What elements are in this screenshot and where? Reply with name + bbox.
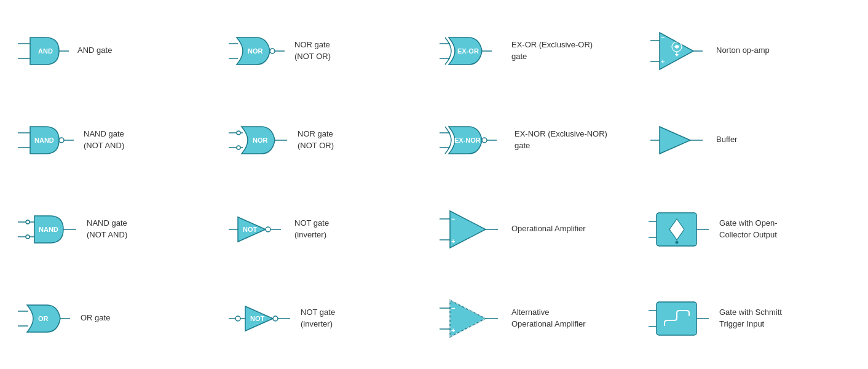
svg-text:NOR: NOR <box>248 47 263 55</box>
and-gate-label: AND gate <box>77 45 112 56</box>
svg-text:−: − <box>451 215 455 223</box>
not-gate-1-label: NOT gate(inverter) <box>294 218 329 240</box>
svg-text:NOT: NOT <box>250 315 265 322</box>
cell-nor-gate-2: NOR NOR gate(NOT OR) <box>223 95 434 184</box>
or-gate-label: OR gate <box>81 312 110 323</box>
cell-nor-gate-1: NOR NOR gate(NOT OR) <box>223 6 434 95</box>
svg-text:NAND: NAND <box>34 137 54 144</box>
norton-opamp-label: Norton op-amp <box>716 45 770 56</box>
cell-not-gate-2: NOT NOT gate(inverter) <box>223 274 434 363</box>
cell-alt-opamp: − + AlternativeOperational Amplifier <box>434 274 645 363</box>
cell-nand-gate-2: NAND NAND gate(NOT AND) <box>12 184 223 274</box>
svg-text:+: + <box>451 237 455 245</box>
nor-gate-2-label: NOR gate(NOT OR) <box>298 129 334 151</box>
cell-schmitt: Gate with SchmittTrigger Input <box>645 274 856 363</box>
nand-gate-2-symbol: NAND <box>15 211 79 248</box>
open-collector-symbol <box>647 208 712 251</box>
cell-not-gate-1: NOT NOT gate(inverter) <box>223 184 434 274</box>
buffer-symbol <box>647 122 709 159</box>
not-gate-1-symbol: NOT <box>226 211 287 248</box>
cell-and-gate: AND AND gate <box>12 6 223 95</box>
nor-gate-1-label: NOR gate(NOT OR) <box>294 39 331 62</box>
svg-text:EX-NOR: EX-NOR <box>454 137 481 144</box>
cell-or-gate: OR OR gate <box>12 274 223 363</box>
alt-opamp-label: AlternativeOperational Amplifier <box>511 307 586 329</box>
svg-point-37 <box>482 138 487 143</box>
svg-point-47 <box>26 235 30 239</box>
svg-marker-58 <box>450 211 486 248</box>
svg-text:NAND: NAND <box>39 226 58 233</box>
alt-opamp-symbol: − + <box>436 297 504 340</box>
norton-opamp-symbol: − + <box>647 30 709 73</box>
svg-point-6 <box>270 49 275 54</box>
svg-point-73 <box>235 316 240 321</box>
svg-text:+: + <box>661 58 665 65</box>
svg-point-67 <box>676 240 679 244</box>
svg-point-44 <box>26 220 30 224</box>
svg-point-76 <box>273 316 278 321</box>
schmitt-label: Gate with SchmittTrigger Input <box>719 307 782 329</box>
exnor-gate-symbol: EX-NOR <box>436 122 507 159</box>
nand-gate-2-label: NAND gate(NOT AND) <box>87 218 127 240</box>
and-gate-symbol: AND <box>15 33 70 69</box>
cell-nand-gate-1: NAND NAND gate(NOT AND) <box>12 95 223 184</box>
exor-gate-label: EX-OR (Exclusive-OR)gate <box>511 39 593 62</box>
svg-text:NOR: NOR <box>253 137 268 144</box>
buffer-label: Buffer <box>716 134 737 145</box>
svg-text:−: − <box>451 304 455 312</box>
svg-point-31 <box>237 146 240 149</box>
nor-gate-symbol: NOR <box>226 33 287 69</box>
svg-text:OR: OR <box>38 315 49 322</box>
svg-marker-81 <box>450 300 486 337</box>
svg-text:−: − <box>661 34 665 41</box>
svg-text:NOT: NOT <box>243 226 258 233</box>
cell-exnor-gate: EX-NOR EX-NOR (Exclusive-NOR)gate <box>434 95 645 184</box>
opamp-label: Operational Amplifier <box>511 223 586 234</box>
nor-gate-2-symbol: NOR <box>226 122 290 159</box>
svg-text:+: + <box>451 327 455 334</box>
cell-norton-opamp: − + Norton op-amp <box>645 6 856 95</box>
open-collector-label: Gate with Open-Collector Output <box>719 218 778 240</box>
nand-gate-1-symbol: NAND <box>15 122 76 159</box>
svg-point-28 <box>237 131 240 135</box>
svg-marker-41 <box>660 127 690 154</box>
not-gate-2-symbol: NOT <box>226 300 293 337</box>
cell-buffer: Buffer <box>645 95 856 184</box>
cell-exor-gate: EX-OR EX-OR (Exclusive-OR)gate <box>434 6 645 95</box>
svg-point-53 <box>266 227 270 232</box>
opamp-symbol: − + <box>436 208 504 251</box>
schmitt-symbol <box>647 297 712 340</box>
or-gate-symbol: OR <box>15 300 73 337</box>
svg-text:AND: AND <box>38 47 53 55</box>
main-grid: AND AND gate NOR NOR gate(NOT OR) <box>0 0 868 369</box>
not-gate-2-label: NOT gate(inverter) <box>301 307 335 329</box>
svg-text:EX-OR: EX-OR <box>457 47 479 55</box>
svg-point-24 <box>59 138 64 143</box>
exnor-gate-label: EX-NOR (Exclusive-NOR)gate <box>515 129 607 151</box>
exor-gate-symbol: EX-OR <box>436 33 504 69</box>
nand-gate-1-label: NAND gate(NOT AND) <box>84 129 124 151</box>
cell-opamp: − + Operational Amplifier <box>434 184 645 274</box>
cell-open-collector: Gate with Open-Collector Output <box>645 184 856 274</box>
